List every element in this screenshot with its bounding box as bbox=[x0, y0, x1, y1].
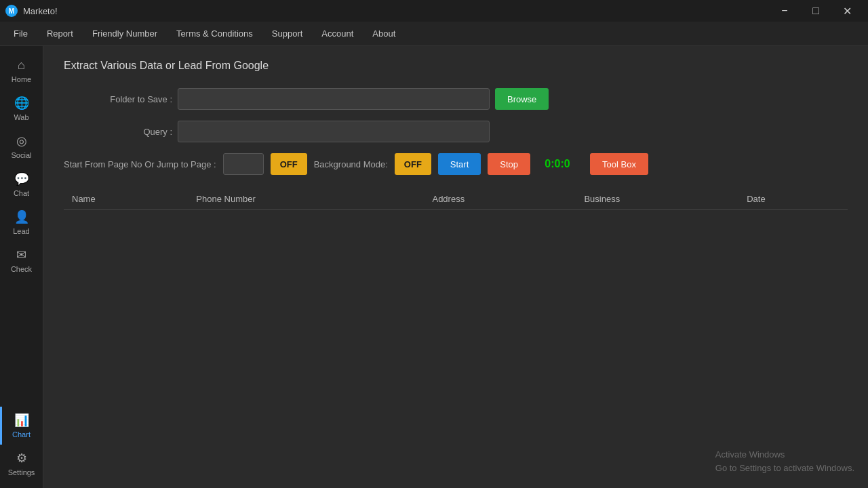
title-bar-left: M Marketo! bbox=[5, 5, 58, 17]
query-label: Query : bbox=[64, 127, 172, 137]
minimize-button[interactable]: − bbox=[769, 0, 800, 22]
social-icon: ◎ bbox=[16, 134, 27, 148]
stop-button[interactable]: Stop bbox=[488, 153, 530, 175]
chart-icon: 📊 bbox=[14, 413, 29, 428]
toolbox-button[interactable]: Tool Box bbox=[590, 153, 648, 175]
data-table: Name Phone Number Address Business Date bbox=[64, 188, 848, 210]
col-header-business: Business bbox=[576, 188, 738, 210]
page-number-input[interactable] bbox=[223, 153, 264, 175]
page-toggle-button[interactable]: OFF bbox=[271, 153, 307, 175]
settings-icon: ⚙ bbox=[16, 451, 27, 466]
menu-support[interactable]: Support bbox=[264, 24, 311, 43]
sidebar-label-home: Home bbox=[12, 75, 31, 83]
menu-friendly-number[interactable]: Friendly Number bbox=[84, 24, 165, 43]
bg-mode-label: Background Mode: bbox=[314, 159, 388, 169]
col-header-date: Date bbox=[738, 188, 848, 210]
sidebar-item-wab[interactable]: 🌐 Wab bbox=[0, 89, 43, 127]
lead-icon: 👤 bbox=[14, 209, 29, 224]
main-layout: ⌂ Home 🌐 Wab ◎ Social 💬 Chat 👤 Lead ✉ Ch… bbox=[0, 46, 868, 488]
sidebar-item-check[interactable]: ✉ Check bbox=[0, 241, 43, 279]
close-button[interactable]: ✕ bbox=[831, 0, 863, 22]
sidebar-label-social: Social bbox=[12, 151, 32, 159]
col-header-address: Address bbox=[424, 188, 576, 210]
timer-display: 0:0:0 bbox=[537, 158, 578, 170]
title-bar-controls: − □ ✕ bbox=[769, 0, 863, 22]
query-row: Query : bbox=[64, 121, 848, 142]
controls-row: Start From Page No Or Jump to Page : OFF… bbox=[64, 153, 848, 175]
sidebar-label-settings: Settings bbox=[8, 468, 35, 476]
start-button[interactable]: Start bbox=[438, 153, 481, 175]
menu-file[interactable]: File bbox=[5, 24, 36, 43]
menu-report[interactable]: Report bbox=[39, 24, 81, 43]
menu-about[interactable]: About bbox=[364, 24, 403, 43]
menu-account[interactable]: Account bbox=[313, 24, 361, 43]
chat-icon: 💬 bbox=[14, 171, 29, 186]
folder-label: Folder to Save : bbox=[64, 94, 172, 104]
col-header-phone: Phone Number bbox=[188, 188, 424, 210]
bg-mode-toggle-button[interactable]: OFF bbox=[395, 153, 431, 175]
start-page-label: Start From Page No Or Jump to Page : bbox=[64, 159, 216, 169]
title-bar: M Marketo! − □ ✕ bbox=[0, 0, 868, 22]
sidebar-item-chart[interactable]: 📊 Chart bbox=[0, 407, 43, 445]
menu-bar: File Report Friendly Number Terms & Cond… bbox=[0, 22, 868, 46]
sidebar-label-lead: Lead bbox=[13, 227, 29, 235]
maximize-button[interactable]: □ bbox=[800, 0, 831, 22]
folder-row: Folder to Save : Browse bbox=[64, 88, 848, 110]
app-title: Marketo! bbox=[23, 6, 58, 16]
sidebar: ⌂ Home 🌐 Wab ◎ Social 💬 Chat 👤 Lead ✉ Ch… bbox=[0, 46, 43, 488]
col-header-name: Name bbox=[64, 188, 188, 210]
sidebar-item-chat[interactable]: 💬 Chat bbox=[0, 165, 43, 203]
query-input[interactable] bbox=[178, 121, 490, 142]
sidebar-item-lead[interactable]: 👤 Lead bbox=[0, 203, 43, 241]
folder-input[interactable] bbox=[178, 88, 490, 110]
sidebar-item-social[interactable]: ◎ Social bbox=[0, 127, 43, 165]
app-icon: M bbox=[5, 5, 18, 17]
home-icon: ⌂ bbox=[18, 58, 25, 73]
browse-button[interactable]: Browse bbox=[495, 88, 549, 110]
content-area: Extract Various Data or Lead From Google… bbox=[43, 46, 868, 488]
check-icon: ✉ bbox=[16, 247, 26, 262]
wab-icon: 🌐 bbox=[14, 96, 29, 110]
sidebar-item-home[interactable]: ⌂ Home bbox=[0, 52, 43, 89]
page-title: Extract Various Data or Lead From Google bbox=[64, 60, 848, 72]
sidebar-label-chat: Chat bbox=[14, 189, 29, 197]
sidebar-label-chart: Chart bbox=[12, 430, 31, 439]
menu-terms[interactable]: Terms & Conditions bbox=[168, 24, 261, 43]
sidebar-item-settings[interactable]: ⚙ Settings bbox=[0, 445, 43, 483]
sidebar-label-wab: Wab bbox=[14, 113, 28, 121]
sidebar-label-check: Check bbox=[11, 265, 32, 273]
